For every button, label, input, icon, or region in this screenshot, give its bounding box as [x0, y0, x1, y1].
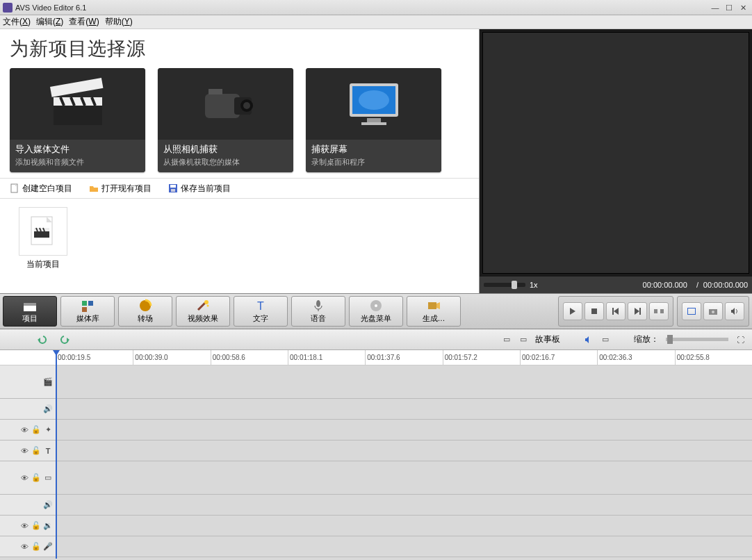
clapper-icon	[22, 299, 38, 313]
speaker-icon	[730, 308, 739, 315]
redo-button[interactable]	[57, 333, 72, 347]
maximize-button[interactable]: ☐	[723, 3, 735, 13]
eye-icon: 👁	[19, 521, 29, 531]
card-camera-sub: 从摄像机获取您的媒体	[163, 157, 288, 167]
fullscreen-button[interactable]	[682, 302, 701, 320]
playback-controls	[558, 296, 673, 327]
next-icon	[634, 308, 641, 315]
lock-icon[interactable]: 🔓	[31, 473, 41, 483]
disc-icon	[368, 299, 384, 313]
zoom-slider[interactable]	[666, 338, 728, 341]
tab-text[interactable]: T文字	[234, 296, 288, 327]
lock-icon[interactable]: 🔓	[31, 542, 41, 552]
card-capture-screen[interactable]: 捕获屏幕录制桌面和程序	[306, 68, 441, 172]
svg-point-39	[375, 304, 377, 307]
snapshot-button[interactable]	[703, 302, 723, 320]
track-main-audio[interactable]: 🔊	[0, 399, 752, 420]
main-toolbar: 项目 媒体库 转场 视频效果 T文字 语音 光盘菜单 生成…	[0, 293, 752, 329]
undo-button[interactable]	[35, 333, 50, 347]
card-capture-camera[interactable]: 从照相机捕获从摄像机获取您的媒体	[158, 68, 293, 172]
track-text[interactable]: 👁🔓T	[0, 440, 752, 461]
open-project-button[interactable]: 打开现有项目	[89, 183, 152, 195]
preview-tools	[677, 296, 749, 327]
title-bar: AVS Video Editor 6.1 — ☐ ✕	[0, 0, 752, 15]
time-display: 00:00:00.000 / 00:00:00.000	[643, 281, 748, 290]
transition-icon	[138, 299, 153, 313]
close-button[interactable]: ✕	[737, 3, 749, 13]
lock-icon[interactable]: 🔓	[31, 446, 41, 456]
menu-help[interactable]: 帮助(Y)	[105, 16, 133, 28]
fit-zoom-button[interactable]: ⛶	[735, 335, 745, 345]
card-import-media[interactable]: 导入媒体文件添加视频和音频文件	[10, 68, 145, 172]
storyboard-view-icon[interactable]: ▭	[518, 335, 528, 345]
track-voice[interactable]: 👁🔓🎤	[0, 536, 752, 557]
prev-frame-button[interactable]	[606, 302, 626, 320]
playhead[interactable]	[56, 350, 57, 559]
track-main-video[interactable]: 🎬	[0, 365, 752, 399]
tab-library[interactable]: 媒体库	[60, 296, 115, 327]
svg-rect-29	[82, 301, 87, 306]
svg-point-33	[204, 300, 209, 304]
ruler-tick: 00:02:16.7	[520, 350, 597, 365]
tab-disc-menu[interactable]: 光盘菜单	[349, 296, 403, 327]
file-new-icon	[10, 183, 19, 193]
speaker-small-icon: 🔊	[43, 500, 53, 510]
volume-mixer-icon[interactable]	[584, 335, 594, 345]
redo-icon	[58, 335, 71, 345]
video-track-icon: 🎬	[43, 377, 53, 387]
track-overlay-audio[interactable]: 🔊	[0, 495, 752, 516]
play-button[interactable]	[563, 302, 582, 320]
stop-button[interactable]	[585, 302, 604, 320]
zoom-label: 缩放：	[634, 333, 659, 345]
timeline-view-icon[interactable]: ▭	[502, 335, 512, 345]
lock-icon[interactable]: 🔓	[31, 521, 41, 531]
svg-rect-30	[88, 301, 93, 306]
volume-button[interactable]	[725, 302, 744, 320]
preview-panel: 1x 00:00:00.000 / 00:00:00.000	[480, 29, 752, 293]
next-frame-button[interactable]	[628, 302, 647, 320]
svg-rect-11	[209, 89, 222, 94]
tab-video-effects[interactable]: 视频效果	[176, 296, 230, 327]
tab-project[interactable]: 项目	[3, 296, 57, 327]
menu-view[interactable]: 查看(W)	[69, 16, 99, 28]
eye-icon: 👁	[19, 473, 29, 483]
current-project-label: 当前项目	[8, 258, 78, 270]
svg-point-48	[712, 311, 714, 313]
split-button[interactable]	[649, 302, 669, 320]
tab-voice[interactable]: 语音	[291, 296, 345, 327]
lock-icon[interactable]: 🔓	[31, 425, 41, 435]
current-project-thumb[interactable]: 当前项目	[8, 207, 78, 270]
card-camera-title: 从照相机捕获	[163, 143, 288, 156]
mic-track-icon: 🎤	[43, 542, 53, 552]
source-title: 为新项目选择源	[10, 36, 469, 61]
svg-rect-20	[171, 189, 175, 192]
speaker-small-icon: 🔊	[43, 404, 53, 414]
source-panel: 为新项目选择源 导入媒体文件添加视频和音频文件 从照相机捕获从摄像机获取您的媒体…	[0, 29, 480, 293]
ruler-tick: 00:01:57.2	[443, 350, 520, 365]
svg-rect-41	[591, 308, 597, 314]
ruler-tick: 00:00:19.5	[56, 350, 133, 365]
window-title: AVS Video Editor 6.1	[15, 3, 86, 12]
timeline-ruler[interactable]: 00:00:19.5 00:00:39.0 00:00:58.6 00:01:1…	[0, 350, 752, 365]
svg-rect-31	[82, 307, 87, 312]
save-project-button[interactable]: 保存当前项目	[168, 183, 231, 195]
minimize-button[interactable]: —	[709, 3, 721, 13]
menu-file[interactable]: 文件(X)	[3, 16, 31, 28]
preview-area-icon[interactable]: ▭	[600, 335, 610, 345]
tab-produce[interactable]: 生成…	[407, 296, 461, 327]
track-audio[interactable]: 👁🔓🔉	[0, 516, 752, 536]
track-effects[interactable]: 👁🔓✦	[0, 420, 752, 440]
new-project-button[interactable]: 创建空白项目	[10, 183, 72, 195]
card-screen-title: 捕获屏幕	[311, 143, 436, 156]
camcorder-icon	[188, 76, 264, 132]
svg-rect-19	[170, 185, 176, 188]
speed-slider[interactable]	[484, 283, 525, 287]
track-overlay-video[interactable]: 👁🔓▭	[0, 461, 752, 495]
svg-point-34	[207, 305, 209, 307]
svg-rect-45	[660, 309, 664, 313]
ruler-tick: 00:01:18.1	[288, 350, 365, 365]
tab-transitions[interactable]: 转场	[118, 296, 172, 327]
clapperboard-icon	[40, 76, 116, 132]
menu-edit[interactable]: 编辑(Z)	[36, 16, 63, 28]
project-bar: 创建空白项目 打开现有项目 保存当前项目	[0, 178, 479, 199]
